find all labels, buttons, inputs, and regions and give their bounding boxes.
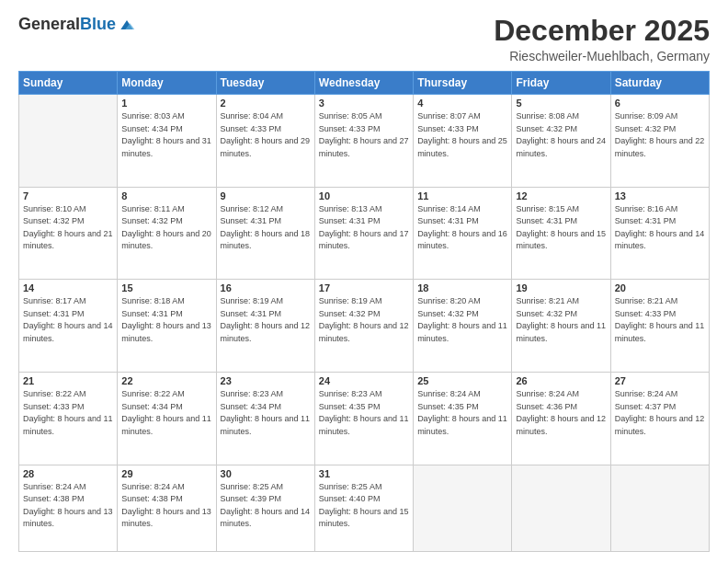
col-sunday: Sunday	[19, 72, 118, 95]
table-row: 27Sunrise: 8:24 AMSunset: 4:37 PMDayligh…	[610, 373, 709, 465]
table-row: 22Sunrise: 8:22 AMSunset: 4:34 PMDayligh…	[118, 373, 216, 465]
day-info: Sunrise: 8:13 AMSunset: 4:31 PMDaylight:…	[319, 203, 409, 253]
page: GeneralBlue December 2025 Rieschweiler-M…	[0, 0, 728, 563]
table-row: 31Sunrise: 8:25 AMSunset: 4:40 PMDayligh…	[314, 465, 413, 551]
day-number: 30	[221, 468, 311, 479]
day-number: 29	[121, 468, 211, 479]
table-row: 9Sunrise: 8:12 AMSunset: 4:31 PMDaylight…	[216, 187, 314, 280]
table-row	[610, 465, 709, 551]
day-number: 28	[23, 468, 113, 479]
day-number: 31	[319, 468, 409, 479]
day-number: 27	[615, 375, 705, 386]
day-info: Sunrise: 8:21 AMSunset: 4:32 PMDaylight:…	[516, 295, 606, 345]
day-number: 24	[319, 375, 409, 386]
day-info: Sunrise: 8:16 AMSunset: 4:31 PMDaylight:…	[615, 203, 705, 253]
table-row	[512, 465, 610, 551]
table-row: 20Sunrise: 8:21 AMSunset: 4:33 PMDayligh…	[610, 280, 709, 373]
day-info: Sunrise: 8:23 AMSunset: 4:34 PMDaylight:…	[221, 388, 311, 438]
day-info: Sunrise: 8:12 AMSunset: 4:31 PMDaylight:…	[221, 203, 311, 253]
day-number: 8	[121, 190, 211, 201]
col-thursday: Thursday	[414, 72, 512, 95]
day-number: 12	[516, 190, 606, 201]
table-row: 7Sunrise: 8:10 AMSunset: 4:32 PMDaylight…	[19, 187, 118, 280]
day-info: Sunrise: 8:25 AMSunset: 4:40 PMDaylight:…	[319, 481, 409, 531]
table-row: 5Sunrise: 8:08 AMSunset: 4:32 PMDaylight…	[512, 95, 610, 188]
col-saturday: Saturday	[610, 72, 709, 95]
day-info: Sunrise: 8:05 AMSunset: 4:33 PMDaylight:…	[319, 110, 409, 160]
table-row	[414, 465, 512, 551]
day-info: Sunrise: 8:14 AMSunset: 4:31 PMDaylight:…	[417, 203, 507, 253]
day-info: Sunrise: 8:21 AMSunset: 4:33 PMDaylight:…	[615, 295, 705, 345]
table-row: 13Sunrise: 8:16 AMSunset: 4:31 PMDayligh…	[610, 187, 709, 280]
day-number: 1	[121, 98, 211, 109]
day-number: 10	[319, 190, 409, 201]
day-number: 6	[615, 98, 705, 109]
table-row: 24Sunrise: 8:23 AMSunset: 4:35 PMDayligh…	[314, 373, 413, 465]
table-row: 26Sunrise: 8:24 AMSunset: 4:36 PMDayligh…	[512, 373, 610, 465]
header: GeneralBlue December 2025 Rieschweiler-M…	[18, 15, 710, 63]
day-info: Sunrise: 8:23 AMSunset: 4:35 PMDaylight:…	[319, 388, 409, 438]
day-number: 23	[221, 375, 311, 386]
table-row: 10Sunrise: 8:13 AMSunset: 4:31 PMDayligh…	[314, 187, 413, 280]
table-row: 25Sunrise: 8:24 AMSunset: 4:35 PMDayligh…	[414, 373, 512, 465]
table-row: 28Sunrise: 8:24 AMSunset: 4:38 PMDayligh…	[19, 465, 118, 551]
table-row: 12Sunrise: 8:15 AMSunset: 4:31 PMDayligh…	[512, 187, 610, 280]
table-row: 17Sunrise: 8:19 AMSunset: 4:32 PMDayligh…	[314, 280, 413, 373]
table-row: 21Sunrise: 8:22 AMSunset: 4:33 PMDayligh…	[19, 373, 118, 465]
day-info: Sunrise: 8:24 AMSunset: 4:36 PMDaylight:…	[516, 388, 606, 438]
table-row	[19, 95, 118, 188]
day-number: 4	[417, 98, 507, 109]
day-number: 15	[121, 282, 211, 293]
table-row: 29Sunrise: 8:24 AMSunset: 4:38 PMDayligh…	[118, 465, 216, 551]
day-info: Sunrise: 8:18 AMSunset: 4:31 PMDaylight:…	[121, 295, 211, 345]
day-number: 20	[615, 282, 705, 293]
logo: GeneralBlue	[18, 15, 136, 34]
table-row: 1Sunrise: 8:03 AMSunset: 4:34 PMDaylight…	[118, 95, 216, 188]
day-info: Sunrise: 8:19 AMSunset: 4:31 PMDaylight:…	[221, 295, 311, 345]
table-row: 8Sunrise: 8:11 AMSunset: 4:32 PMDaylight…	[118, 187, 216, 280]
day-number: 21	[23, 375, 113, 386]
month-title: December 2025	[494, 15, 710, 47]
day-info: Sunrise: 8:03 AMSunset: 4:34 PMDaylight:…	[121, 110, 211, 160]
table-row: 15Sunrise: 8:18 AMSunset: 4:31 PMDayligh…	[118, 280, 216, 373]
day-info: Sunrise: 8:10 AMSunset: 4:32 PMDaylight:…	[23, 203, 113, 253]
day-info: Sunrise: 8:19 AMSunset: 4:32 PMDaylight:…	[319, 295, 409, 345]
table-row: 19Sunrise: 8:21 AMSunset: 4:32 PMDayligh…	[512, 280, 610, 373]
day-info: Sunrise: 8:07 AMSunset: 4:33 PMDaylight:…	[417, 110, 507, 160]
day-info: Sunrise: 8:20 AMSunset: 4:32 PMDaylight:…	[417, 295, 507, 345]
logo-icon	[118, 16, 136, 34]
day-number: 7	[23, 190, 113, 201]
day-info: Sunrise: 8:24 AMSunset: 4:38 PMDaylight:…	[23, 481, 113, 531]
day-info: Sunrise: 8:11 AMSunset: 4:32 PMDaylight:…	[121, 203, 211, 253]
day-info: Sunrise: 8:24 AMSunset: 4:38 PMDaylight:…	[121, 481, 211, 531]
day-number: 5	[516, 98, 606, 109]
day-info: Sunrise: 8:24 AMSunset: 4:37 PMDaylight:…	[615, 388, 705, 438]
day-number: 13	[615, 190, 705, 201]
day-info: Sunrise: 8:15 AMSunset: 4:31 PMDaylight:…	[516, 203, 606, 253]
table-row: 2Sunrise: 8:04 AMSunset: 4:33 PMDaylight…	[216, 95, 314, 188]
calendar-header-row: Sunday Monday Tuesday Wednesday Thursday…	[19, 72, 710, 95]
day-number: 16	[221, 282, 311, 293]
calendar-table: Sunday Monday Tuesday Wednesday Thursday…	[18, 71, 710, 552]
table-row: 11Sunrise: 8:14 AMSunset: 4:31 PMDayligh…	[414, 187, 512, 280]
day-info: Sunrise: 8:22 AMSunset: 4:34 PMDaylight:…	[121, 388, 211, 438]
location: Rieschweiler-Muehlbach, Germany	[494, 49, 710, 63]
logo-general: GeneralBlue	[18, 15, 116, 34]
day-number: 2	[221, 98, 311, 109]
day-info: Sunrise: 8:04 AMSunset: 4:33 PMDaylight:…	[221, 110, 311, 160]
day-number: 9	[221, 190, 311, 201]
day-info: Sunrise: 8:17 AMSunset: 4:31 PMDaylight:…	[23, 295, 113, 345]
table-row: 23Sunrise: 8:23 AMSunset: 4:34 PMDayligh…	[216, 373, 314, 465]
day-number: 18	[417, 282, 507, 293]
day-number: 19	[516, 282, 606, 293]
day-number: 25	[417, 375, 507, 386]
day-info: Sunrise: 8:09 AMSunset: 4:32 PMDaylight:…	[615, 110, 705, 160]
col-monday: Monday	[118, 72, 216, 95]
table-row: 6Sunrise: 8:09 AMSunset: 4:32 PMDaylight…	[610, 95, 709, 188]
day-number: 17	[319, 282, 409, 293]
day-info: Sunrise: 8:08 AMSunset: 4:32 PMDaylight:…	[516, 110, 606, 160]
table-row: 18Sunrise: 8:20 AMSunset: 4:32 PMDayligh…	[414, 280, 512, 373]
table-row: 16Sunrise: 8:19 AMSunset: 4:31 PMDayligh…	[216, 280, 314, 373]
day-number: 11	[417, 190, 507, 201]
day-number: 22	[121, 375, 211, 386]
